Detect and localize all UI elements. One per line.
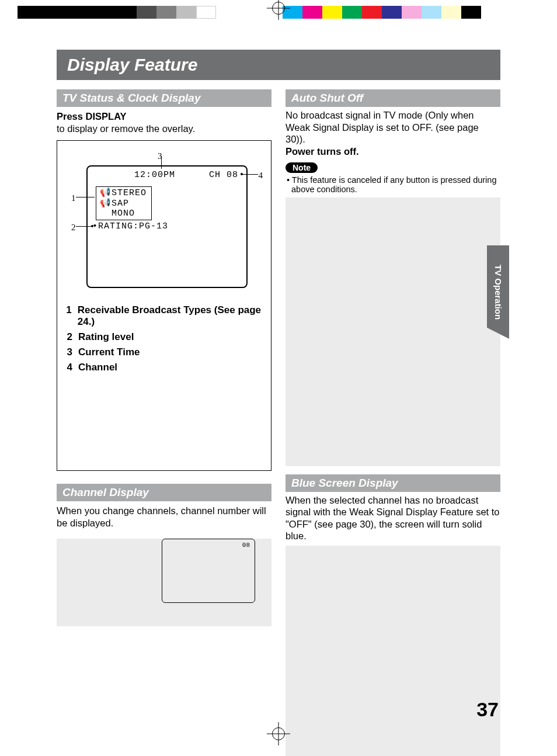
side-tab-tv-operation: TV Operation [487,245,509,339]
channel-display-panel: 08 [57,539,271,626]
color-swatches [283,6,481,19]
page-title-bar: Display Feature [57,50,500,80]
right-column: Auto Shut Off No broadcast signal in TV … [286,89,500,756]
callout-2: 2 [71,223,76,233]
section-tv-status-header: TV Status & Clock Display [57,89,271,107]
grey-panel-2 [286,546,500,756]
osd-rating: •RATING:PG-13 [92,221,168,231]
auto-shutoff-power: Power turns off. [286,145,500,158]
bw-swatches [18,6,216,19]
diagram-legend: 1Receivable Broadcast Types (See page 24… [63,304,265,373]
auto-shutoff-body: No broadcast signal in TV mode (Only whe… [286,109,500,145]
osd-audio-mono: MONO [100,209,147,219]
press-display-bold: Press DISPLAY [57,111,127,122]
blue-screen-body: When the selected channel has no broadca… [286,494,500,543]
osd-audio-stereo: 📢STEREO [100,188,147,198]
section-auto-shutoff-header: Auto Shut Off [286,89,500,107]
osd-time: 12:00PM [134,170,175,180]
callout-1: 1 [71,193,76,203]
press-display-rest: to display or remove the overlay. [57,123,195,134]
osd-channel: CH 08 [209,170,238,180]
section-blue-screen-header: Blue Screen Display [286,474,500,492]
osd-audio-box: 📢STEREO 📢SAP MONO [96,186,152,220]
callout-4: 4 [259,171,263,181]
page-title: Display Feature [67,55,197,75]
crosshair-bottom [267,722,290,745]
grey-panel-1 [286,197,500,466]
note-body: • This feature is canceled if any button… [286,175,500,194]
osd-audio-sap: 📢SAP [100,199,147,209]
section-channel-display-header: Channel Display [57,484,271,501]
crosshair-top [267,0,290,20]
tv-frame: 12:00PM CH 08 📢STEREO 📢SAP MONO •RATING:… [86,165,248,288]
note-block: Note • This feature is canceled if any b… [286,162,500,194]
page-content: Display Feature TV Status & Clock Displa… [57,50,500,756]
mini-tv-channel: 08 [242,542,250,549]
press-display-line: Press DISPLAY to display or remove the o… [57,110,271,134]
note-pill: Note [286,162,318,173]
channel-display-body: When you change channels, channel number… [57,505,271,529]
mini-tv-frame: 08 [162,539,255,603]
page-number: 37 [476,698,499,721]
tv-status-diagram: 12:00PM CH 08 📢STEREO 📢SAP MONO •RATING:… [57,140,271,471]
left-column: TV Status & Clock Display Press DISPLAY … [57,89,271,756]
